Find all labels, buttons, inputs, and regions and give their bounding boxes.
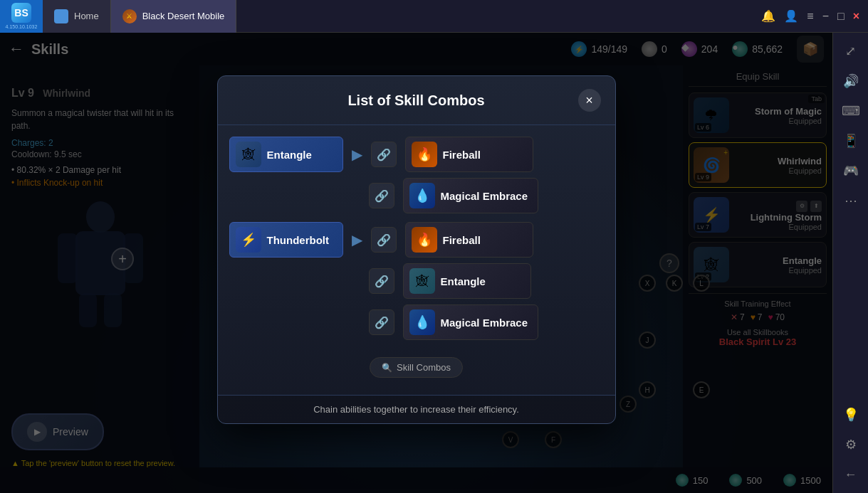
combo-group-thunderbolt: ⚡ Thunderbolt ▶ 🔗 🔥 Fireball 🔗 <box>229 222 604 340</box>
modal-title: List of Skill Combos <box>255 92 578 109</box>
entangle-result-label: Entangle <box>441 275 486 287</box>
minimize-button[interactable]: − <box>822 10 829 23</box>
thunderbolt-combo-label: Thunderbolt <box>267 234 329 246</box>
modal-footer-text: Chain abilities together to increase the… <box>313 404 519 415</box>
home-tab[interactable]: Home <box>43 0 111 33</box>
modal-footer: Chain abilities together to increase the… <box>218 395 615 423</box>
bs-version: 4.150.10.1032 <box>6 24 38 29</box>
close-button[interactable]: × <box>853 10 859 23</box>
combo-result-fireball-1[interactable]: 🔥 Fireball <box>405 137 533 172</box>
modal-overlay: List of Skill Combos × 🕸 Entangle ▶ 🔗 🔥 <box>0 33 832 493</box>
maximize-button[interactable]: □ <box>837 10 845 23</box>
titlebar: BS 4.150.10.1032 Home ⚔ Black Desert Mob… <box>0 0 868 33</box>
bs-icon: BS <box>11 3 31 23</box>
phone-icon[interactable]: 📱 <box>838 128 864 154</box>
magical-embrace-label-2: Magical Embrace <box>441 317 528 329</box>
modal-close-button[interactable]: × <box>578 89 601 112</box>
combo-result-magical-embrace-2[interactable]: 💧 Magical Embrace <box>403 304 539 340</box>
combo-arrow-2: ▶ <box>352 231 362 248</box>
modal-header: List of Skill Combos × <box>218 76 615 125</box>
combo-arrow-1: ▶ <box>352 146 362 163</box>
combo-row-magical-embrace-1: 🔗 💧 Magical Embrace <box>369 178 604 213</box>
combo-row-thunderbolt-fireball: ⚡ Thunderbolt ▶ 🔗 🔥 Fireball <box>229 222 604 258</box>
combo-link-3: 🔗 <box>371 227 397 253</box>
entangle-combo-label: Entangle <box>267 149 312 161</box>
skill-combos-tab-label: Skill Combos <box>397 362 451 373</box>
gamepad-icon[interactable]: 🎮 <box>838 158 864 184</box>
fireball-label-2: Fireball <box>443 234 481 246</box>
combo-row-entangle-fireball: 🕸 Entangle ▶ 🔗 🔥 Fireball <box>229 137 604 172</box>
fireball-icon-2: 🔥 <box>412 227 437 253</box>
thunderbolt-combo-icon: ⚡ <box>236 227 261 253</box>
home-tab-label: Home <box>74 11 99 21</box>
combo-link-1: 🔗 <box>371 142 397 167</box>
home-tab-icon <box>54 9 68 23</box>
menu-icon[interactable]: ≡ <box>807 10 813 23</box>
combo-group-entangle: 🕸 Entangle ▶ 🔗 🔥 Fireball 🔗 💧 <box>229 137 604 213</box>
bulb-icon[interactable]: 💡 <box>838 402 864 428</box>
bell-icon[interactable]: 🔔 <box>761 9 775 23</box>
fireball-label-1: Fireball <box>443 149 481 161</box>
magical-embrace-icon-2: 💧 <box>409 309 435 335</box>
game-area: ← Skills ⚡ 149/149 0 ◆ 204 ● 85,662 📦 <box>0 33 832 493</box>
combo-link-5: 🔗 <box>369 309 394 335</box>
entangle-combo-icon: 🕸 <box>236 142 261 167</box>
magical-embrace-icon-1: 💧 <box>409 183 435 208</box>
combo-row-entangle-result: 🔗 🕸 Entangle <box>369 263 604 299</box>
combo-result-magical-embrace-1[interactable]: 💧 Magical Embrace <box>403 178 539 213</box>
skill-combos-tab[interactable]: 🔍 Skill Combos <box>370 357 463 378</box>
game-tab-label: Black Desert Mobile <box>142 11 225 21</box>
keyboard-icon[interactable]: ⌨ <box>838 98 864 124</box>
combo-trigger-entangle[interactable]: 🕸 Entangle <box>229 137 343 172</box>
skill-combos-modal: List of Skill Combos × 🕸 Entangle ▶ 🔗 🔥 <box>217 75 616 424</box>
expand-icon[interactable]: ⤢ <box>838 38 864 64</box>
profile-icon[interactable]: 👤 <box>784 9 798 23</box>
more-icon[interactable]: ⋯ <box>838 188 864 213</box>
window-controls: 🔔 👤 ≡ − □ × <box>761 9 868 23</box>
bluestacks-logo: BS 4.150.10.1032 <box>0 0 43 33</box>
back-arrow-icon[interactable]: ← <box>838 462 864 487</box>
game-tab[interactable]: ⚔ Black Desert Mobile <box>111 0 237 33</box>
magical-embrace-label-1: Magical Embrace <box>441 190 528 202</box>
entangle-result-icon: 🕸 <box>409 268 435 294</box>
volume-icon[interactable]: 🔊 <box>838 68 864 94</box>
settings-icon[interactable]: ⚙ <box>838 432 864 457</box>
modal-body: 🕸 Entangle ▶ 🔗 🔥 Fireball 🔗 💧 <box>218 125 615 395</box>
game-tab-icon: ⚔ <box>122 9 137 23</box>
combo-result-fireball-2[interactable]: 🔥 Fireball <box>405 222 533 258</box>
bluestacks-sidebar: ⤢ 🔊 ⌨ 📱 🎮 ⋯ 💡 ⚙ ← <box>832 33 868 493</box>
combo-link-2: 🔗 <box>369 183 394 208</box>
search-tab-icon: 🔍 <box>382 363 392 373</box>
modal-bottom-tabs: 🔍 Skill Combos <box>229 349 604 383</box>
combo-row-magical-embrace-2: 🔗 💧 Magical Embrace <box>369 304 604 340</box>
combo-link-4: 🔗 <box>369 268 394 294</box>
combo-trigger-thunderbolt[interactable]: ⚡ Thunderbolt <box>229 222 343 258</box>
combo-result-entangle[interactable]: 🕸 Entangle <box>403 263 531 299</box>
fireball-icon-1: 🔥 <box>412 142 437 167</box>
